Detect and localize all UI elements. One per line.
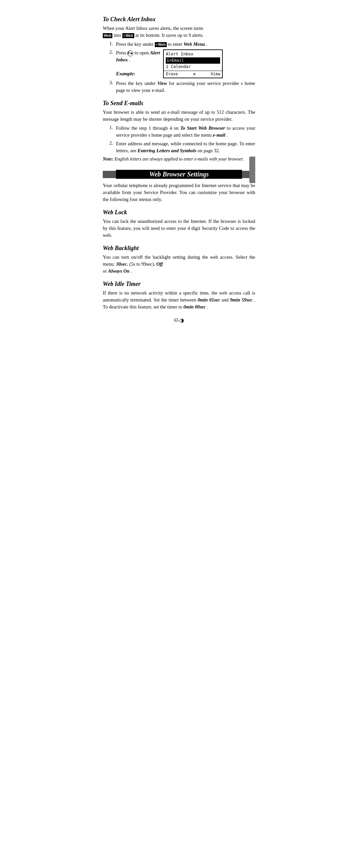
note-text: Note: English letters are always applied… xyxy=(103,156,255,162)
moon-icon: ◑ xyxy=(179,317,184,323)
bar-left xyxy=(103,171,116,178)
alert-item-2: 2 Calendar xyxy=(166,64,191,69)
step-2-text-press: Press xyxy=(116,50,127,55)
web-idle-timer-body: If there is no network activity within a… xyxy=(103,289,255,310)
send-emails-body: Your browser is able to send an e-mail m… xyxy=(103,109,255,123)
step-2-to-open: to open Alert xyxy=(135,50,160,55)
idle-bold3: 0min 00sec xyxy=(183,304,205,309)
into-text: into xyxy=(114,32,122,38)
entering-letters: Entering Letters and Symbols xyxy=(137,148,197,153)
alert-box-body: Alert Inbox 1>Email 2 Calendar xyxy=(164,50,222,71)
note-body: English letters are always applied to en… xyxy=(115,157,243,161)
send-step-2-num: 2. xyxy=(109,140,116,146)
web-idle-timer-title: Web Idle Timer xyxy=(103,281,255,287)
section-check-alert-inbox: To Check Alert Inbox When your Alert Inb… xyxy=(103,16,255,94)
badge-web: Web xyxy=(103,33,112,38)
step-2-num: 2. xyxy=(109,50,116,55)
backlight-off: Off xyxy=(156,261,163,267)
step-2-period: . xyxy=(129,57,130,62)
section-send-emails: To Send E-mails Your browser is able to … xyxy=(103,100,255,162)
to-start-web-browser: To Start Web Browser xyxy=(180,125,225,131)
badge-eweb: Web xyxy=(122,33,134,38)
fn-key: F► xyxy=(127,51,133,56)
page-number: 65 xyxy=(174,318,179,323)
footer-icon: ≡ xyxy=(193,71,195,77)
section-web-idle-timer: Web Idle Timer If there is no network ac… xyxy=(103,281,255,310)
send-step-2-content: Enter address and message, while connect… xyxy=(116,140,255,154)
send-step-1-content: Follow the step 1 through 4 on To Start … xyxy=(116,125,255,138)
step-1-content: Press the key under Web to enter Web Men… xyxy=(116,41,255,48)
step-2-inbox: Inbox xyxy=(116,57,128,62)
web-backlight-body: You can turn on/off the backlight settin… xyxy=(103,254,255,275)
send-step-1-row: 1. Follow the step 1 through 4 on To Sta… xyxy=(109,125,255,138)
send-step-1-num: 1. xyxy=(109,125,116,130)
step-3-num: 3. xyxy=(109,80,116,86)
backlight-always: Always On xyxy=(108,268,130,274)
backlight-bold: 30sec. xyxy=(116,261,128,267)
idle-mid: and xyxy=(222,297,230,303)
step1-webmenu: Web Menu xyxy=(184,41,205,47)
send-step-2-row: 2. Enter address and message, while conn… xyxy=(109,140,255,154)
step-3-content: Press the key under View for accessing y… xyxy=(116,80,255,94)
send-steps-container: 1. Follow the step 1 through 4 on To Sta… xyxy=(109,125,255,154)
step-2-row: 2. Press F► to open Alert Inbox . Exampl… xyxy=(109,50,255,78)
section-web-backlight: Web Backlight You can turn on/off the ba… xyxy=(103,245,255,275)
step-3-row: 3. Press the key under View for accessin… xyxy=(109,80,255,94)
side-tab xyxy=(249,157,255,183)
idle-bold1: 0min 01sec xyxy=(198,297,220,303)
web-lock-title: Web Lock xyxy=(103,209,255,216)
alert-box-footer: Erase ≡ View xyxy=(164,71,222,77)
section-title-check-alert: To Check Alert Inbox xyxy=(103,16,255,23)
alert-item-1: 1>Email xyxy=(166,57,220,64)
backlight-or: or xyxy=(103,268,107,274)
page-number-container: 65 ◑ xyxy=(103,317,255,323)
idle-final: . xyxy=(207,304,208,309)
backlight-mid: (5s to 99sec), xyxy=(129,261,156,267)
backlight-final: . xyxy=(131,268,132,274)
bottom-text: at its bottom. It saves up to 9 alerts. xyxy=(135,32,203,38)
step3-view: View xyxy=(158,81,167,86)
web-backlight-title: Web Backlight xyxy=(103,245,255,252)
alert-title: Alert Inbox xyxy=(166,52,193,56)
web-browser-settings-intro: Your cellular telephone is already progr… xyxy=(103,182,255,203)
step-2-content: Press F► to open Alert Inbox . Example: xyxy=(116,50,255,78)
web-lock-body: You can lock the unauthorized access to … xyxy=(103,218,255,239)
bar-title: Web Browser Settings xyxy=(116,170,242,179)
intro-text-alert-part1: When your Alert Inbox saves alerts, the … xyxy=(103,26,203,31)
footer-erase: Erase xyxy=(166,71,178,77)
step-1-row: 1. Press the key under Web to enter Web … xyxy=(109,41,255,48)
section-header-bar: Web Browser Settings xyxy=(103,170,255,179)
idle-bold2: 9min 59sec xyxy=(230,297,253,303)
section-web-lock: Web Lock You can lock the unauthorized a… xyxy=(103,209,255,239)
section-title-send-emails: To Send E-mails xyxy=(103,100,255,107)
alert-inbox-box: Alert Inbox 1>Email 2 Calendar Erase ≡ V… xyxy=(163,50,223,78)
example-label: Example: xyxy=(116,71,135,76)
intro-text-alert: When your Alert Inbox saves alerts, the … xyxy=(103,25,255,39)
footer-view: View xyxy=(210,71,220,77)
steps-container-alert: 1. Press the key under Web to enter Web … xyxy=(109,41,255,94)
note-label: Note: xyxy=(103,157,113,161)
step-1-num: 1. xyxy=(109,41,116,46)
step-2-alert-inbox: Alert xyxy=(150,50,160,55)
email-menu: e-mail xyxy=(213,132,225,137)
step1-badge-eweb: Web xyxy=(155,42,167,47)
